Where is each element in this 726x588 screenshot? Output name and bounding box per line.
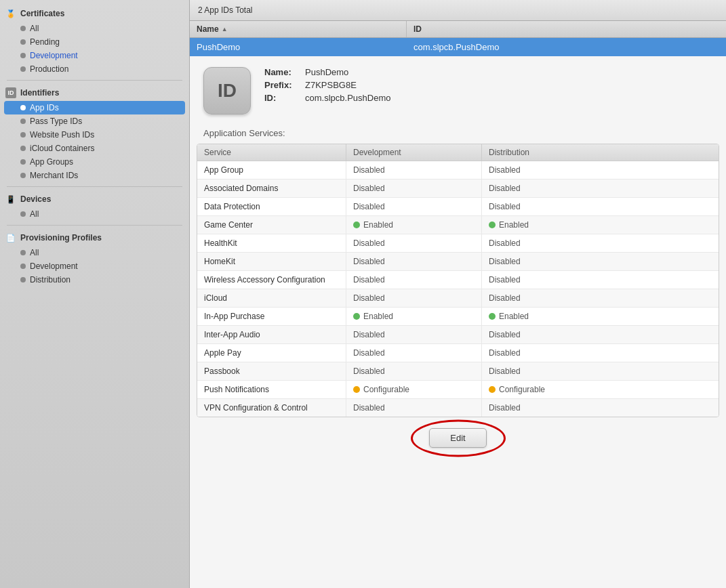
app-name: PushDemo — [197, 42, 414, 52]
sidebar-item-certs-all[interactable]: All — [0, 22, 189, 35]
divider — [7, 80, 182, 81]
dist-status: Enabled — [482, 308, 719, 325]
dist-status: Configurable — [482, 381, 719, 398]
sidebar-item-prov-development[interactable]: Development — [0, 259, 189, 273]
sidebar: 🏅 Certificates All Pending Development P… — [0, 0, 190, 588]
sidebar-item-label: Pass Type IDs — [30, 117, 82, 126]
sidebar-item-label: Website Push IDs — [30, 130, 94, 140]
id-header-label: ID — [414, 24, 422, 34]
dist-status: Disabled — [482, 180, 719, 197]
sidebar-item-merchant-ids[interactable]: Merchant IDs — [0, 169, 189, 182]
identifiers-header: ID Identifiers — [0, 85, 189, 101]
devices-section: 📱 Devices All — [0, 191, 189, 221]
bullet-icon — [20, 26, 26, 31]
certificates-icon: 🏅 — [5, 8, 16, 19]
dist-status: Disabled — [482, 234, 719, 252]
bullet-icon — [20, 250, 26, 255]
service-row: Inter-App Audio Disabled Disabled — [197, 326, 719, 344]
id-field-label: ID: — [264, 93, 305, 103]
service-name: Data Protection — [197, 198, 346, 215]
dev-status: Disabled — [346, 198, 482, 215]
sidebar-item-pass-type-ids[interactable]: Pass Type IDs — [0, 114, 189, 128]
development-col-header: Development — [346, 144, 482, 161]
sidebar-item-label: Merchant IDs — [30, 171, 78, 180]
dist-status: Disabled — [482, 326, 719, 343]
service-name: Associated Domains — [197, 180, 346, 197]
bullet-icon — [20, 159, 26, 165]
name-field-value: PushDemo — [305, 67, 348, 77]
prefix-field-label: Prefix: — [264, 80, 305, 90]
sidebar-item-certs-production[interactable]: Production — [0, 62, 189, 76]
name-column-header[interactable]: Name ▲ — [190, 21, 407, 37]
dist-status: Disabled — [482, 362, 719, 380]
bullet-icon — [20, 132, 26, 138]
service-row: HomeKit Disabled Disabled — [197, 253, 719, 271]
sidebar-item-certs-pending[interactable]: Pending — [0, 35, 189, 49]
service-row: HealthKit Disabled Disabled — [197, 234, 719, 253]
app-bundle-id: com.slpcb.PushDemo — [414, 42, 719, 52]
service-name: Game Center — [197, 216, 346, 234]
sidebar-item-prov-distribution[interactable]: Distribution — [0, 273, 189, 287]
sidebar-item-app-ids[interactable]: App IDs — [4, 101, 185, 114]
provisioning-label: Provisioning Profiles — [20, 233, 102, 243]
bullet-icon — [20, 66, 26, 72]
dist-status: Disabled — [482, 271, 719, 289]
services-table: Service Development Distribution App Gro… — [197, 144, 719, 417]
services-rows-container: App Group Disabled Disabled Associated D… — [197, 161, 719, 417]
name-header-label: Name — [197, 24, 219, 34]
devices-label: Devices — [20, 194, 51, 204]
service-name: Passbook — [197, 362, 346, 380]
main-content: 2 App IDs Total Name ▲ ID PushDemo com.s… — [190, 0, 726, 588]
green-dot-icon — [489, 313, 496, 320]
dev-status: Disabled — [346, 253, 482, 270]
service-row: VPN Configuration & Control Disabled Dis… — [197, 399, 719, 417]
sidebar-item-label: Pending — [30, 37, 60, 47]
name-row: Name: PushDemo — [264, 67, 712, 77]
dev-status: Configurable — [346, 381, 482, 398]
divider — [7, 186, 182, 187]
identifiers-section: ID Identifiers App IDs Pass Type IDs Web… — [0, 85, 189, 182]
dev-status: Disabled — [346, 289, 482, 307]
service-row: Wireless Accessory Configuration Disable… — [197, 271, 719, 289]
service-name: Apple Pay — [197, 344, 346, 362]
provisioning-section: 📄 Provisioning Profiles All Development … — [0, 230, 189, 287]
sidebar-item-prov-all[interactable]: All — [0, 246, 189, 259]
service-row: Apple Pay Disabled Disabled — [197, 344, 719, 362]
sidebar-item-website-push-ids[interactable]: Website Push IDs — [0, 128, 189, 142]
sidebar-item-certs-development[interactable]: Development — [0, 49, 189, 62]
edit-button[interactable]: Edit — [429, 428, 486, 448]
service-row: Associated Domains Disabled Disabled — [197, 180, 719, 198]
certificates-label: Certificates — [20, 9, 64, 18]
devices-header: 📱 Devices — [0, 191, 189, 207]
sidebar-item-app-groups[interactable]: App Groups — [0, 155, 189, 169]
dev-status: Disabled — [346, 344, 482, 362]
sidebar-item-label: iCloud Containers — [30, 144, 94, 153]
dist-status: Enabled — [482, 216, 719, 234]
dist-status: Disabled — [482, 198, 719, 215]
prefix-row: Prefix: Z7KPSBG8E — [264, 80, 712, 90]
sidebar-item-devices-all[interactable]: All — [0, 207, 189, 221]
provisioning-icon: 📄 — [5, 232, 16, 243]
service-name: HomeKit — [197, 253, 346, 270]
service-row: In-App Purchase Enabled Enabled — [197, 308, 719, 326]
service-row: Passbook Disabled Disabled — [197, 362, 719, 381]
app-services-title: Application Services: — [190, 125, 726, 144]
bullet-icon — [20, 105, 26, 110]
sidebar-item-label: Development — [30, 51, 78, 60]
dev-status: Disabled — [346, 399, 482, 417]
service-name: HealthKit — [197, 234, 346, 252]
bullet-icon — [20, 39, 26, 45]
detail-panel: ID Name: PushDemo Prefix: Z7KPSBG8E ID: … — [190, 56, 726, 588]
selected-app-row[interactable]: PushDemo com.slpcb.PushDemo — [190, 38, 726, 56]
sidebar-item-icloud-containers[interactable]: iCloud Containers — [0, 142, 189, 155]
bullet-icon — [20, 53, 26, 58]
dist-status: Disabled — [482, 344, 719, 362]
certificates-header: 🏅 Certificates — [0, 5, 189, 22]
distribution-col-header: Distribution — [482, 144, 719, 161]
id-column-header[interactable]: ID — [407, 21, 726, 37]
sidebar-item-label: All — [30, 24, 39, 33]
devices-icon: 📱 — [5, 194, 16, 205]
bullet-icon — [20, 119, 26, 124]
id-row: ID: com.slpcb.PushDemo — [264, 93, 712, 103]
service-row: Data Protection Disabled Disabled — [197, 198, 719, 216]
